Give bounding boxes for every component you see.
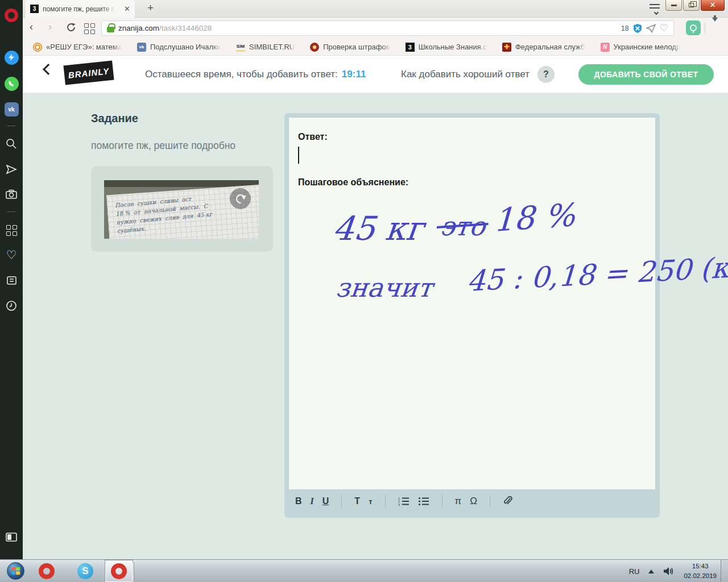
sidebar-item-news[interactable] <box>0 271 23 290</box>
speed-dial-button[interactable] <box>84 23 95 34</box>
start-button[interactable] <box>7 562 24 580</box>
bookmark-shtrafy[interactable]: Проверка штрафов <box>310 43 390 52</box>
bookmark-reshu-ege[interactable]: «РЕШУ ЕГЭ»: матема <box>33 43 122 52</box>
hidden-icons-arrow[interactable] <box>648 567 654 573</box>
bookmark-ukr-melodrama[interactable]: NУкраинские мелодр <box>601 43 681 52</box>
back-arrow-icon[interactable] <box>43 64 54 75</box>
windows-taskbar: S RU 15:43 02.02.2019 <box>0 559 728 582</box>
save-heart-icon[interactable]: ♡ <box>660 23 668 33</box>
heading-large-button[interactable]: T <box>354 496 360 506</box>
znanija-favicon: 3 <box>30 5 39 13</box>
bookmark-znanija[interactable]: 3Школьные Знания.c <box>406 43 487 52</box>
bookmark-fed-sluzhba[interactable]: ✚Федеральная служб <box>502 43 585 52</box>
task-attachment-card: После сушки сливы ост 18 % от начальной … <box>91 166 273 252</box>
taskbar-opera-active-window[interactable] <box>105 560 133 582</box>
tab-active[interactable]: 3 помогите пж, решите под ✕ <box>26 0 135 18</box>
sidebar-item-history[interactable] <box>0 296 23 315</box>
new-tab-button[interactable]: + <box>142 2 159 14</box>
svg-text:3: 3 <box>398 503 400 506</box>
answer-editor-area[interactable]: Ответ: Пошаговое объяснение: <box>289 118 655 494</box>
system-tray: RU 15:43 02.02.2019 <box>629 560 717 582</box>
clock-date: 02.02.2019 <box>684 572 717 579</box>
add-answer-button[interactable]: ДОБАВИТЬ СВОЙ ОТВЕТ <box>578 64 714 85</box>
bookmarks-bar: «РЕШУ ЕГЭ»: матема vkПодслушано Ичалки S… <box>23 39 728 56</box>
tab-title: помогите пж, решите под <box>43 5 115 13</box>
share-plane-icon[interactable] <box>646 24 656 33</box>
task-page: Задание помогите пж, решите подробно Пос… <box>23 93 728 559</box>
toolbar-divider <box>705 23 705 34</box>
opera-logo-icon <box>5 9 18 22</box>
url-path: /task/31446028 <box>159 24 212 32</box>
news-icon <box>5 274 18 286</box>
sidebar-item-messenger[interactable] <box>0 48 23 67</box>
brainly-logo-text: BRAINLY <box>68 66 110 80</box>
sidebar-item-snapshot[interactable] <box>0 185 23 204</box>
bookmark-podslushano[interactable]: vkПодслушано Ичалки <box>137 43 221 52</box>
back-button[interactable]: ‹ <box>30 21 33 33</box>
task-photo-thumbnail[interactable]: После сушки сливы ост 18 % от начальной … <box>104 180 259 239</box>
cross-favicon: ✚ <box>502 43 511 52</box>
sidebar-item-vk[interactable]: vk <box>0 99 23 119</box>
bookmark-label: Проверка штрафов <box>323 43 390 51</box>
secure-lock-icon[interactable] <box>107 27 114 32</box>
restore-button[interactable] <box>683 0 700 11</box>
explanation-label: Пошаговое объяснение: <box>298 177 408 188</box>
bullet-list-button[interactable] <box>418 497 429 506</box>
brainly-logo[interactable]: BRAINLY <box>63 61 114 85</box>
show-desktop-button[interactable] <box>721 560 728 582</box>
vk-favicon: vk <box>137 43 146 52</box>
math-pi-button[interactable]: π <box>455 496 462 507</box>
taskbar-skype-icon[interactable]: S <box>77 563 93 579</box>
sidebar-item-bookmarks[interactable]: ♡ <box>0 246 23 265</box>
extension-badge-button[interactable] <box>686 20 701 35</box>
heading-small-button[interactable]: т <box>369 497 372 506</box>
adblock-count: 18 <box>621 24 629 32</box>
symbol-omega-button[interactable]: Ω <box>470 496 477 507</box>
attachment-button[interactable] <box>503 496 513 506</box>
help-link[interactable]: Как добавить хороший ответ <box>401 69 530 80</box>
address-bar[interactable]: znanija.com/task/31446028 18 ♡ <box>101 20 674 36</box>
reload-button[interactable] <box>66 22 76 35</box>
italic-button[interactable]: I <box>311 496 314 506</box>
sidebar-settings-button[interactable] <box>0 527 23 547</box>
opera-sidebar: vk ♡ <box>0 0 23 559</box>
messenger-icon <box>5 51 19 65</box>
volume-icon[interactable] <box>663 566 675 576</box>
emblem-favicon <box>310 43 319 52</box>
tab-menu-icon[interactable] <box>650 4 660 14</box>
brainly-header: BRAINLY Оставшееся время, чтобы добавить… <box>23 56 728 93</box>
bookmark-simbilet[interactable]: SIMSIMBILET.RU <box>236 43 295 52</box>
language-indicator[interactable]: RU <box>629 567 640 576</box>
minimize-button[interactable] <box>665 0 682 11</box>
underline-button[interactable]: U <box>322 496 329 506</box>
bookmark-label: Подслушано Ичалки <box>150 43 221 51</box>
adblock-shield-icon[interactable] <box>632 23 643 34</box>
bold-button[interactable]: B <box>295 496 302 506</box>
rotate-image-button[interactable] <box>230 188 251 209</box>
rotate-icon <box>234 192 247 205</box>
task-heading: Задание <box>91 112 138 125</box>
sidebar-item-search[interactable] <box>0 134 23 153</box>
forward-button[interactable]: › <box>48 21 52 33</box>
taskbar-clock[interactable]: 15:43 02.02.2019 <box>684 562 717 580</box>
sidebar-item-my-flow[interactable] <box>0 160 23 179</box>
photo-handwriting: После сушки сливы ост 18 % от начальной … <box>114 193 213 235</box>
sidebar-item-whatsapp[interactable] <box>0 74 23 93</box>
taskbar-opera-icon[interactable] <box>39 563 55 579</box>
minimize-icon <box>671 5 677 6</box>
timer-value: 19:11 <box>342 69 366 80</box>
windows-logo-icon <box>12 567 20 575</box>
help-question-icon[interactable]: ? <box>537 66 555 83</box>
speed-dial-icon <box>84 23 95 34</box>
downloads-button[interactable] <box>712 22 722 32</box>
opera-menu-button[interactable] <box>0 6 23 25</box>
ordered-list-button[interactable]: 123 <box>398 497 410 506</box>
answer-label: Ответ: <box>298 132 328 142</box>
tab-close-icon[interactable]: ✕ <box>124 5 130 13</box>
restore-icon <box>689 3 694 7</box>
clock-time: 15:43 <box>692 563 709 569</box>
close-button[interactable]: ✕ <box>701 0 725 11</box>
bookmark-label: «РЕШУ ЕГЭ»: матема <box>46 43 122 51</box>
vk-icon: vk <box>5 102 19 117</box>
sidebar-item-extensions[interactable] <box>0 221 23 240</box>
